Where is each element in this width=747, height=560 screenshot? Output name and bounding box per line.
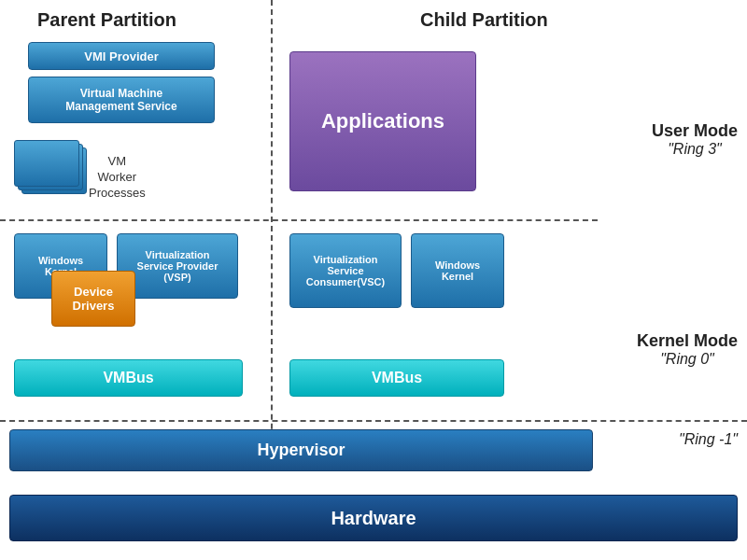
horizontal-divider-user-kernel [0,219,598,221]
parent-vmbus-box: VMBus [14,359,243,397]
vertical-divider [271,0,273,457]
hypervisor-ring-label: "Ring -1" [679,431,738,448]
vmi-provider-box: VMI Provider [28,42,215,70]
horizontal-divider-kernel-hypervisor [0,420,747,422]
device-drivers-box: Device Drivers [51,271,135,327]
user-mode-label: User Mode "Ring 3" [652,121,738,158]
kernel-mode-label: Kernel Mode "Ring 0" [637,331,738,368]
hypervisor-bar: Hypervisor [9,429,593,471]
parent-partition-header: Parent Partition [9,9,280,31]
child-windows-kernel-box: Windows Kernel [411,233,504,308]
architecture-diagram: Parent Partition Child Partition User Mo… [0,0,747,560]
applications-box: Applications [289,51,476,191]
vm-worker-label: VM Worker Processes [89,154,146,202]
vsc-box: Virtualization Service Consumer(VSC) [289,233,402,308]
vm-management-service-box: Virtual Machine Management Service [28,77,215,123]
child-vmbus-box: VMBus [289,359,504,397]
vm-worker-box-front [14,140,79,187]
child-partition-header: Child Partition [392,9,663,31]
hardware-bar: Hardware [9,495,738,541]
